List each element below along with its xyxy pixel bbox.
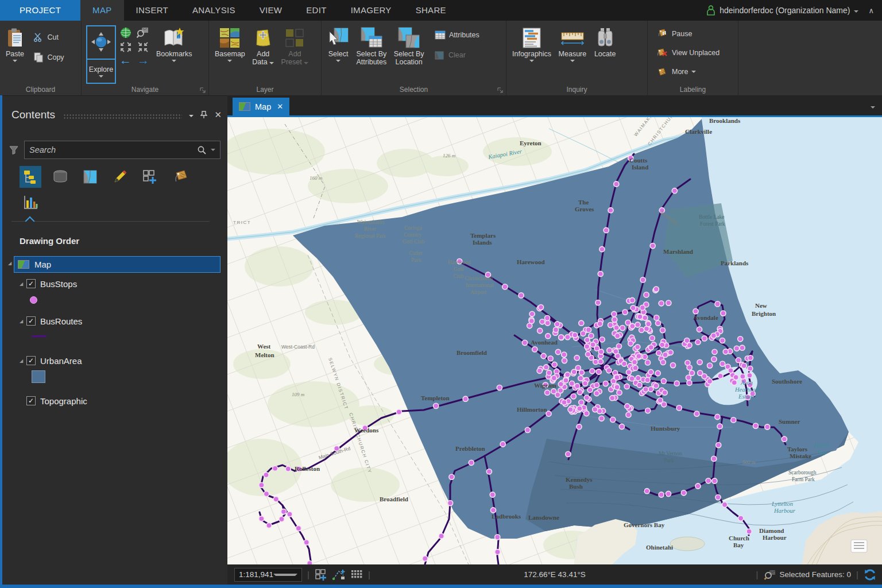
bus-stop-point [585, 344, 590, 349]
next-extent-button[interactable]: → [137, 55, 149, 66]
collapse-ribbon-icon[interactable]: ∧ [868, 6, 874, 15]
measure-button[interactable]: Measure [556, 24, 589, 64]
busstops-expander-icon[interactable]: ◢ [17, 281, 25, 287]
map-view-tab[interactable]: Map ✕ [233, 98, 289, 115]
tab-charts[interactable] [20, 191, 41, 213]
view-tab-list-caret-icon[interactable] [871, 106, 875, 109]
tab-analysis[interactable]: ANALYSIS [180, 0, 247, 21]
bus-stop-point [636, 354, 641, 359]
navigate-launcher-icon[interactable] [200, 87, 206, 93]
busroutes-line-symbol[interactable] [32, 335, 47, 337]
bus-stop-point [558, 381, 563, 386]
bus-stop-point [654, 315, 659, 320]
cut-button[interactable]: Cut [33, 30, 64, 45]
tab-share[interactable]: SHARE [404, 0, 458, 21]
zoom-selection-status-icon[interactable] [764, 569, 776, 581]
attributes-button[interactable]: Attributes [435, 28, 479, 42]
search-icon[interactable] [198, 146, 206, 154]
bus-stop-point [606, 368, 612, 373]
tab-list-by-labeling[interactable] [169, 166, 191, 188]
busstops-point-symbol[interactable] [30, 296, 37, 304]
tab-map[interactable]: MAP [80, 0, 123, 21]
layer-row-busroutes[interactable]: ◢ ✓ BusRoutes [17, 314, 245, 328]
layer-row-map[interactable]: Map [14, 256, 220, 273]
tab-list-by-selection[interactable] [79, 166, 101, 188]
measure-label: Measure [559, 50, 587, 58]
infographics-button[interactable]: Infographics [510, 24, 554, 64]
bus-stop-point [529, 318, 534, 323]
locate-button[interactable]: Locate [591, 24, 619, 60]
search-input[interactable]: Search [24, 141, 220, 159]
fixed-zoom-out-icon[interactable] [137, 41, 149, 53]
pane-drag-handle[interactable] [63, 114, 182, 119]
layer-row-busstops[interactable]: ◢ ✓ BusStops [17, 276, 245, 291]
layer-row-topographic[interactable]: ✓ Topographic [25, 393, 253, 408]
layer-row-urbanarea[interactable]: ◢ ✓ UrbanArea [17, 353, 245, 368]
more-labeling-button[interactable]: More [656, 64, 734, 79]
full-extent-icon[interactable] [119, 26, 132, 39]
add-data-button[interactable]: AddData [250, 24, 276, 68]
map-label: Diamond [759, 527, 784, 534]
pin-icon[interactable] [200, 111, 207, 119]
bus-stop-point [579, 370, 584, 375]
tab-group-chevron-icon[interactable] [25, 216, 35, 226]
select-button[interactable]: Select [325, 24, 351, 64]
paste-button[interactable]: Paste [3, 24, 26, 64]
tab-insert[interactable]: INSERT [124, 0, 181, 21]
select-by-attributes-button[interactable]: Select ByAttributes [354, 24, 389, 68]
bus-stop-point [717, 424, 722, 429]
topographic-checkbox[interactable]: ✓ [26, 396, 36, 405]
user-account[interactable]: hdeindorferdoc (Organization Name) ∧ [706, 0, 882, 21]
drawing-order-icon [23, 169, 38, 184]
basemap-button[interactable]: Basemap [212, 24, 247, 64]
busroutes-expander-icon[interactable]: ◢ [17, 319, 25, 324]
bookmarks-button[interactable]: Bookmarks [154, 24, 195, 84]
bus-stop-point [711, 357, 717, 362]
tab-imagery[interactable]: IMAGERY [339, 0, 404, 21]
close-map-tab-icon[interactable]: ✕ [277, 102, 283, 111]
explore-button[interactable]: Explore [86, 25, 116, 84]
map-label: Ladbrooks [492, 513, 521, 520]
copy-button[interactable]: Copy [33, 50, 64, 65]
tab-view[interactable]: VIEW [247, 0, 295, 21]
tab-list-by-snapping[interactable] [139, 166, 161, 188]
busroutes-checkbox[interactable]: ✓ [26, 316, 36, 326]
bus-stop-point [728, 368, 733, 373]
fixed-zoom-in-icon[interactable] [119, 41, 132, 53]
pane-menu-caret-icon[interactable] [189, 115, 194, 117]
view-unplaced-button[interactable]: View Unplaced [656, 45, 734, 60]
search-options-caret-icon[interactable] [211, 149, 215, 151]
bus-stop-point [565, 335, 570, 340]
bus-stop-point [695, 339, 701, 345]
pause-labeling-button[interactable]: Pause [656, 26, 734, 41]
map-label: Prebbleton [455, 445, 485, 452]
map-expander-icon[interactable]: ◢ [6, 261, 14, 266]
previous-extent-button[interactable]: ← [119, 55, 131, 66]
urbanarea-expander-icon[interactable]: ◢ [17, 358, 25, 363]
tab-list-by-editing[interactable] [109, 166, 131, 188]
refresh-icon[interactable] [864, 568, 876, 581]
zoom-to-selection-icon[interactable] [137, 26, 149, 39]
filter-icon[interactable] [9, 146, 18, 154]
urbanarea-checkbox[interactable]: ✓ [26, 356, 36, 365]
map-canvas[interactable]: EyretonClarkvilleCouttsIslandBrooklandsT… [227, 117, 882, 564]
tab-edit[interactable]: EDIT [294, 0, 338, 21]
bus-stop-point [672, 188, 677, 194]
close-pane-icon[interactable]: ✕ [214, 110, 222, 120]
bus-stop-point [721, 311, 726, 316]
basemap-caret-icon [227, 60, 232, 62]
tab-list-by-drawing-order[interactable] [20, 166, 41, 188]
map-label: 126 m [443, 153, 456, 158]
bus-stop-point [545, 390, 550, 395]
bus-stop-point [597, 321, 602, 326]
tab-project[interactable]: PROJECT [0, 0, 80, 21]
map-label: Sumner [779, 418, 800, 425]
tab-list-by-data-source[interactable] [49, 166, 71, 188]
selection-launcher-icon[interactable] [497, 87, 503, 93]
map-label: International [466, 283, 494, 288]
bus-stop-point [747, 373, 752, 378]
urbanarea-fill-symbol[interactable] [32, 370, 45, 383]
map-attribution-icon[interactable] [851, 540, 867, 552]
select-by-location-button[interactable]: Select ByLocation [392, 24, 427, 68]
busstops-checkbox[interactable]: ✓ [26, 279, 36, 288]
